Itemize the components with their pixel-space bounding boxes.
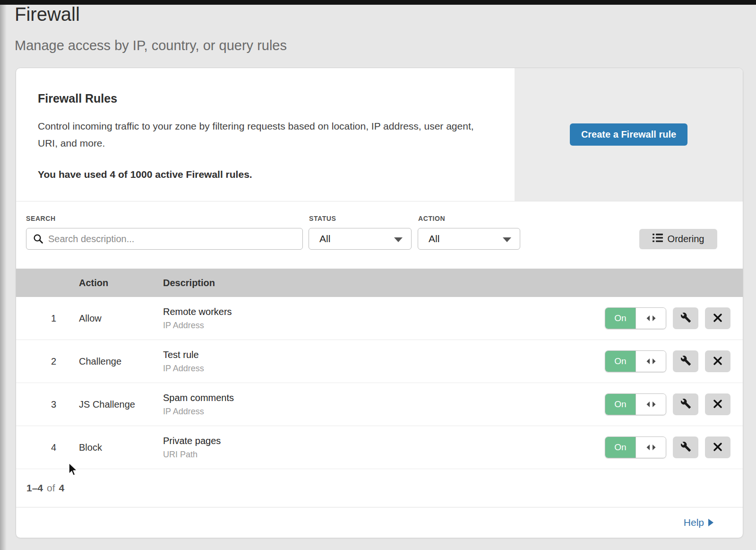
page-subtitle: Manage access by IP, country, or query r…: [15, 38, 287, 53]
table-row: 4 Block Private pages URI Path On: [16, 426, 743, 469]
table-row: 3 JS Challenge Spam comments IP Address …: [16, 383, 743, 426]
x-icon: [713, 399, 722, 410]
action-select-value: All: [429, 233, 439, 244]
chevron-down-icon: [503, 237, 511, 242]
status-label: STATUS: [309, 215, 336, 222]
wrench-icon: [680, 312, 691, 324]
ordering-button-label: Ordering: [668, 234, 704, 244]
usage-summary: You have used 4 of 1000 active Firewall …: [38, 169, 486, 180]
rule-controls: On: [605, 437, 743, 458]
search-label: SEARCH: [26, 215, 56, 222]
table-row: 2 Challenge Test rule IP Address On: [16, 340, 743, 383]
rule-description-cell: Test rule IP Address: [140, 349, 605, 374]
rule-action: Allow: [56, 313, 140, 324]
toggle-on-label: On: [605, 394, 636, 415]
help-link-label: Help: [684, 517, 704, 528]
rule-description: Spam comments: [163, 393, 605, 403]
x-icon: [713, 313, 722, 324]
search-field-wrap: [26, 228, 303, 250]
x-icon: [713, 356, 722, 367]
card-header: Firewall Rules Control incoming traffic …: [16, 68, 743, 201]
rule-description: Test rule: [163, 349, 605, 360]
table-row: 1 Allow Remote workers IP Address On: [16, 297, 743, 340]
firewall-rules-card: Firewall Rules Control incoming traffic …: [16, 68, 743, 538]
rule-controls: On: [605, 307, 743, 329]
rule-enabled-toggle[interactable]: On: [605, 350, 666, 372]
card-title: Firewall Rules: [38, 92, 486, 105]
column-header-action: Action: [16, 278, 163, 288]
pagination-total: 4: [59, 482, 65, 494]
toggle-handle-arrows-icon: [636, 437, 666, 458]
column-header-description: Description: [163, 278, 743, 288]
rule-number: 2: [16, 356, 56, 367]
rule-description: Private pages: [163, 436, 605, 446]
pagination-range: 1–4: [26, 482, 43, 494]
toggle-on-label: On: [605, 437, 636, 458]
delete-rule-button[interactable]: [705, 437, 730, 458]
pagination: 1–4 of 4: [16, 469, 743, 507]
rule-match-type: IP Address: [163, 407, 605, 417]
search-icon: [33, 234, 43, 246]
create-firewall-rule-button[interactable]: Create a Firewall rule: [570, 123, 687, 146]
table-header: Action Description: [16, 269, 743, 297]
rule-enabled-toggle[interactable]: On: [605, 307, 666, 329]
delete-rule-button[interactable]: [705, 393, 730, 415]
wrench-icon: [680, 355, 691, 367]
card-description: Control incoming traffic to your zone by…: [38, 118, 486, 152]
card-footer: Help: [16, 507, 743, 537]
rule-description-cell: Spam comments IP Address: [140, 393, 605, 417]
rule-controls: On: [605, 393, 743, 415]
rule-number: 3: [16, 399, 56, 410]
rule-match-type: IP Address: [163, 364, 605, 374]
rule-number: 1: [16, 313, 56, 324]
delete-rule-button[interactable]: [705, 307, 730, 329]
edit-rule-button[interactable]: [673, 437, 698, 458]
chevron-down-icon: [394, 237, 403, 242]
rule-enabled-toggle[interactable]: On: [605, 393, 666, 415]
toggle-handle-arrows-icon: [636, 351, 666, 372]
page-title: Firewall: [15, 4, 80, 25]
rule-match-type: IP Address: [163, 321, 605, 331]
help-link[interactable]: Help: [684, 517, 713, 528]
edit-rule-button[interactable]: [673, 350, 698, 372]
rule-enabled-toggle[interactable]: On: [605, 437, 666, 458]
status-select-value: All: [319, 233, 330, 244]
action-label: ACTION: [418, 215, 445, 222]
x-icon: [713, 442, 722, 453]
toggle-on-label: On: [605, 351, 636, 372]
toggle-handle-arrows-icon: [636, 394, 666, 415]
rule-number: 4: [16, 442, 56, 453]
toggle-on-label: On: [605, 308, 636, 329]
rule-description-cell: Remote workers IP Address: [140, 306, 605, 331]
edit-rule-button[interactable]: [673, 393, 698, 415]
edit-rule-button[interactable]: [673, 307, 698, 329]
rule-description-cell: Private pages URI Path: [140, 436, 605, 460]
search-input[interactable]: [26, 228, 303, 250]
wrench-icon: [680, 441, 691, 454]
delete-rule-button[interactable]: [705, 350, 730, 372]
toggle-handle-arrows-icon: [636, 308, 666, 329]
window-left-shadow: [0, 5, 7, 550]
status-select[interactable]: All: [309, 228, 412, 250]
rule-description: Remote workers: [163, 306, 605, 317]
rule-controls: On: [605, 350, 743, 372]
rule-action: Challenge: [56, 356, 140, 367]
card-header-text: Firewall Rules Control incoming traffic …: [16, 68, 515, 201]
card-header-panel: Create a Firewall rule: [515, 68, 743, 201]
rule-action: Block: [56, 442, 140, 453]
wrench-icon: [680, 398, 691, 410]
rule-action: JS Challenge: [56, 399, 140, 410]
ordering-list-icon: [653, 233, 663, 245]
rule-match-type: URI Path: [163, 450, 605, 460]
window-top-edge: [0, 0, 756, 5]
action-select[interactable]: All: [418, 228, 520, 250]
help-arrow-icon: [708, 519, 713, 526]
pagination-of: of: [47, 482, 55, 494]
ordering-button[interactable]: Ordering: [639, 229, 717, 249]
filters-bar: SEARCH STATUS ACTION All All Ordering: [16, 201, 743, 269]
